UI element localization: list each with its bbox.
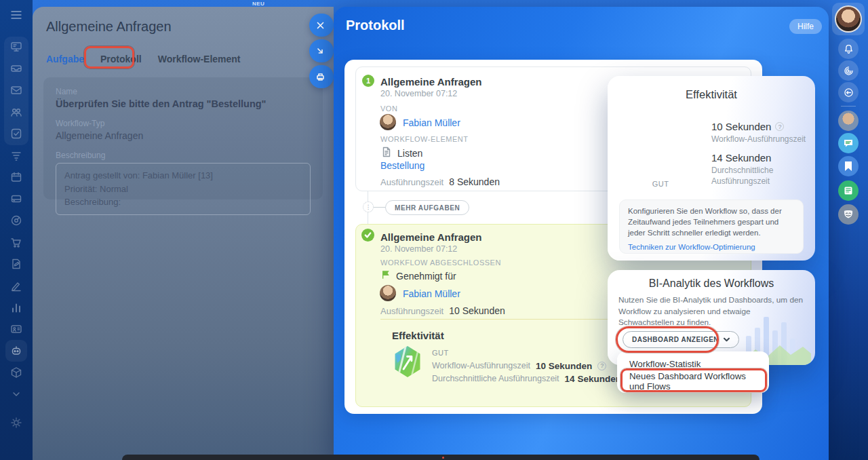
bi-chart-icon[interactable] <box>9 301 23 314</box>
menu-icon[interactable] <box>9 8 23 22</box>
help-question-icon[interactable]: ? <box>597 362 606 370</box>
entry1-element-type: Listen <box>397 148 422 159</box>
more-tasks-button[interactable]: MEHR AUFGABEN <box>385 200 469 215</box>
dock-bar[interactable] <box>122 455 760 460</box>
settings-gear-icon[interactable] <box>9 416 23 429</box>
approved-label: Genehmigt für <box>396 271 456 282</box>
exec-time-label: Ausführungszeit <box>380 306 443 316</box>
avatar[interactable] <box>380 114 396 130</box>
mask-icon <box>842 208 854 221</box>
flag-icon <box>381 270 391 282</box>
avg-exec-value: 14 Sekunden <box>565 374 621 384</box>
employees-icon[interactable] <box>9 105 23 119</box>
mail-icon[interactable] <box>9 83 23 97</box>
messenger-button[interactable] <box>838 82 859 102</box>
divider <box>841 106 856 107</box>
completed-check-icon <box>361 229 374 242</box>
entry2-exec-row: Ausführungszeit 10 Sekunden <box>380 305 505 316</box>
contact-avatar[interactable] <box>838 111 859 131</box>
user-avatar[interactable] <box>835 5 862 33</box>
collapse-button[interactable] <box>309 39 334 62</box>
exec-time-row: Workflow-Ausführungszeit 10 Sekunden ? <box>432 360 606 371</box>
effectiveness-card-title: Effektivität <box>608 88 815 101</box>
chat-button[interactable] <box>838 133 859 153</box>
exec-time-value: 8 Sekunden <box>449 176 500 187</box>
exec-time-value: 10 Sekunden <box>449 305 505 316</box>
exec-time-label: Ausführungszeit <box>380 177 443 187</box>
name-value: Überprüfen Sie bitte den Antrag "Bestell… <box>56 98 311 109</box>
entry1-from-label: VON <box>380 104 397 113</box>
sign-doc-icon[interactable] <box>9 257 23 271</box>
help-question-icon[interactable]: ? <box>775 122 784 131</box>
task-panel-title: Allgemeine Anfragen <box>46 19 172 35</box>
close-button[interactable] <box>309 14 334 37</box>
task-slideover-panel: Allgemeine Anfragen Aufgabe Protokoll Wo… <box>33 7 334 460</box>
marketing-icon[interactable] <box>9 214 23 227</box>
entry1-title: Allgemeine Anfragen <box>380 76 481 88</box>
document-icon <box>381 147 392 160</box>
avatar[interactable] <box>380 285 396 301</box>
entry1-element-link[interactable]: Bestellung <box>380 160 425 171</box>
calendar-icon[interactable] <box>9 170 23 184</box>
optimization-link[interactable]: Techniken zur Workflow-Optimierung <box>628 243 795 251</box>
print-button[interactable] <box>309 65 334 88</box>
entry1-element-label: WORKFLOW-ELEMENT <box>380 135 468 143</box>
copilot-button[interactable] <box>838 60 859 81</box>
tab-workflow-element[interactable]: Workflow-Element <box>158 54 241 64</box>
entry1-date: 20. November 07:12 <box>380 89 457 98</box>
annotation-box-protokoll-tab <box>84 46 134 69</box>
drive-icon[interactable] <box>9 192 23 206</box>
dock-indicator-dot <box>442 457 444 459</box>
more-steps-node: ⋮ <box>363 202 374 212</box>
entry2-date: 20. November 07:12 <box>380 244 457 254</box>
card-exec-label: Workflow-Ausführungszeit <box>711 134 806 145</box>
contact-card-icon[interactable] <box>9 322 23 336</box>
shop-cart-icon[interactable] <box>9 235 23 249</box>
tab-aufgabe[interactable]: Aufgabe <box>46 54 84 64</box>
entry1-user-link[interactable]: Fabian Müller <box>403 117 460 128</box>
rating-label: GUT <box>432 349 449 357</box>
left-sidebar <box>0 0 33 460</box>
anonymous-avatar[interactable] <box>838 204 859 225</box>
workflow-type-label: Workflow-Typ <box>56 119 311 128</box>
close-icon <box>315 20 326 31</box>
name-label: Name <box>56 87 311 96</box>
description-line: Beschreibung: <box>64 195 302 209</box>
rating-label: GUT <box>635 180 686 188</box>
market-box-icon[interactable] <box>9 366 23 379</box>
help-button[interactable]: Hilfe <box>789 19 822 34</box>
sales-funnel-icon[interactable] <box>9 149 23 162</box>
entry1-element-row: Listen <box>381 147 422 160</box>
news-icon <box>844 186 853 195</box>
messenger-icon <box>843 87 854 98</box>
timeline-dash <box>374 207 385 208</box>
protocol-title: Protokoll <box>346 18 405 33</box>
optimization-tip-box: Konfigurieren Sie den Workflow so, dass … <box>619 199 804 254</box>
bell-icon <box>843 43 854 55</box>
tasks-icon[interactable] <box>9 127 23 140</box>
annotation-box-menu-item <box>620 368 767 392</box>
collapse-arrow-icon <box>315 46 326 56</box>
bookmark-button[interactable] <box>838 156 859 176</box>
description-box: Antrag gestellt von: Fabian Müller [13] … <box>56 163 311 215</box>
notifications-button[interactable] <box>838 39 859 59</box>
task-form: Name Überprüfen Sie bitte den Antrag "Be… <box>43 77 323 199</box>
news-button[interactable] <box>838 180 859 201</box>
chevron-down-icon[interactable] <box>9 387 23 401</box>
entry2-user-link[interactable]: Fabian Müller <box>403 288 460 299</box>
ai-robot-icon[interactable] <box>5 340 27 362</box>
workflow-exec-value: 10 Sekunden <box>536 361 592 371</box>
exec-value-text: 10 Sekunden <box>711 121 771 132</box>
annotation-box-dashboard-button <box>616 326 719 353</box>
bi-card-text: Nutzen Sie die BI-Analytik und Dashboard… <box>618 294 807 328</box>
inbox-icon[interactable] <box>9 62 23 75</box>
bi-card-title: BI-Analytik des Workflows <box>608 277 815 290</box>
chat-bubble-icon <box>843 138 854 149</box>
workflow-exec-label: Workflow-Ausführungszeit <box>432 360 530 371</box>
tip-text: Konfigurieren Sie den Workflow so, dass … <box>628 206 795 239</box>
e-sign-icon[interactable] <box>9 279 23 292</box>
board-icon[interactable] <box>9 40 23 54</box>
workflow-type-value: Allgemeine Anfragen <box>56 130 311 141</box>
entry2-status-label: WORKFLOW ABGESCHLOSSEN <box>380 258 501 267</box>
card-avg-label: Durchschnittliche Ausführungszeit <box>711 166 793 187</box>
